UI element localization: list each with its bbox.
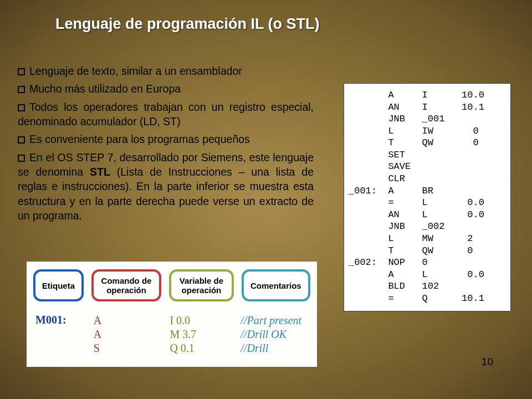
figure-headers-row: Etiqueta Comando de operación Variable d… (33, 269, 310, 301)
var-value: M 3.7 (170, 328, 234, 341)
header-variable: Variable de operación (169, 269, 233, 301)
bullet-item: En el OS STEP 7, desarrollado por Siemen… (18, 150, 314, 223)
header-comentarios: Comentarios (242, 269, 310, 301)
code-line: A L 0.0 (349, 269, 504, 281)
bullet-text: Mucho más utilizado en Europa (29, 83, 181, 95)
code-line: JNB _001 (349, 113, 504, 125)
comment-value: //Drill (241, 341, 310, 355)
bullet-item: Es conveniente para los programas pequeñ… (18, 132, 314, 146)
figure-comment-column: //Part present //Drill OK //Drill (241, 314, 310, 355)
code-line: _002: NOP 0 (349, 257, 504, 269)
bullet-item: Mucho más utilizado en Europa (18, 81, 314, 96)
var-value: I 0.0 (170, 314, 234, 328)
code-line: AN I 10.1 (349, 101, 504, 114)
bullet-text-bold: STL (90, 166, 110, 178)
comment-value: //Part present (241, 314, 310, 328)
bullet-icon (18, 68, 25, 75)
cmd-value: A (94, 328, 163, 341)
structure-figure: Etiqueta Comando de operación Variable d… (27, 262, 317, 367)
code-line: AN L 0.0 (349, 209, 504, 221)
code-line: SET (349, 149, 504, 161)
code-line: L IW 0 (349, 125, 504, 137)
code-line: _001: A BR (349, 185, 504, 197)
figure-data-rows: M001: A A S I 0.0 M 3.7 Q 0.1 //Part pre… (33, 314, 310, 355)
cmd-value: A (94, 314, 163, 328)
code-line: A I 10.0 (349, 89, 504, 101)
bullet-text: Es conveniente para los programas pequeñ… (29, 133, 250, 145)
code-line: JNB _002 (349, 221, 504, 233)
header-etiqueta: Etiqueta (33, 269, 84, 301)
code-line: CLR (349, 173, 504, 185)
figure-label-column: M001: (35, 314, 87, 355)
header-comando: Comando de operación (91, 269, 161, 301)
comment-value: //Drill OK (241, 328, 310, 341)
page-number: 10 (482, 356, 493, 368)
bullet-item: Todos los operadores trabajan con un reg… (18, 100, 314, 129)
figure-variable-column: I 0.0 M 3.7 Q 0.1 (170, 314, 234, 355)
figure-command-column: A A S (94, 314, 163, 355)
bullet-text: Lenguaje de texto, similar a un ensambla… (29, 65, 242, 77)
slide-title: Lenguaje de programación IL (o STL) (55, 16, 320, 33)
code-line: SAVE (349, 161, 504, 173)
code-line: = Q 10.1 (349, 293, 504, 305)
code-line: BLD 102 (349, 280, 504, 293)
cmd-value: S (94, 341, 163, 355)
bullet-text: Todos los operadores trabajan con un reg… (18, 101, 314, 127)
code-line: T QW 0 (349, 245, 504, 257)
body-text-block: Lenguaje de texto, similar a un ensambla… (18, 64, 314, 226)
code-line: T QW 0 (349, 137, 504, 149)
bullet-icon (18, 86, 25, 93)
bullet-icon (18, 155, 25, 162)
bullet-item: Lenguaje de texto, similar a un ensambla… (18, 64, 314, 78)
code-line: L MW 2 (349, 233, 504, 245)
bullet-icon (18, 136, 25, 144)
bullet-icon (18, 104, 25, 111)
var-value: Q 0.1 (170, 341, 234, 355)
code-extract-panel: A I 10.0 AN I 10.1 JNB _001 L IW 0 T QW … (344, 83, 511, 311)
code-line: = L 0.0 (349, 197, 504, 209)
